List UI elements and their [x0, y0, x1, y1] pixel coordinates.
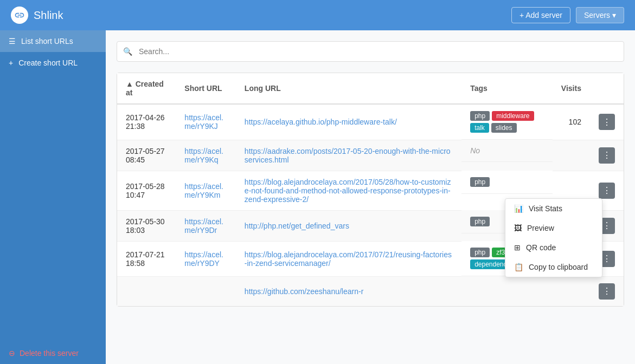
cell-tags: phpmiddlewaretalkslides [461, 105, 553, 140]
cell-long-url: https://blog.alejandrocelaya.com/2017/07… [236, 241, 461, 276]
dropdown-copy-clipboard[interactable]: 📋 Copy to clipboard [505, 257, 602, 277]
sort-arrow-icon: ▲ [126, 80, 136, 88]
sidebar-list-label: List short URLs [21, 37, 73, 46]
tag-badge[interactable]: slides [491, 123, 517, 133]
list-icon: ☰ [9, 37, 16, 46]
delete-server-button[interactable]: ⊖ Delete this server [9, 349, 97, 358]
cell-created-at [117, 276, 176, 306]
tag-badge[interactable]: php [470, 177, 490, 187]
tag-badge[interactable]: php [470, 217, 490, 226]
col-visits: Visits [553, 73, 590, 104]
copy-icon: 📋 [514, 263, 523, 271]
sidebar-bottom: ⊖ Delete this server [0, 342, 106, 364]
brand: Shlink [11, 6, 63, 24]
sidebar-item-create-url[interactable]: + Create short URL [0, 52, 106, 74]
dropdown-preview[interactable]: 🖼 Preview [505, 218, 602, 238]
tag-badge[interactable]: php [470, 111, 490, 121]
cell-actions: ⋮ [590, 104, 624, 140]
visit-stats-icon: 📊 [514, 204, 523, 213]
qr-code-icon: ⊞ [514, 243, 521, 252]
no-tags-label: No [470, 146, 480, 155]
row-action-button[interactable]: ⋮ [599, 183, 615, 199]
short-url-link[interactable]: https://acel.me/rY9DY [184, 250, 223, 268]
col-short-url: Short URL [176, 73, 236, 104]
tag-badge[interactable]: php [470, 248, 490, 257]
main-layout: ☰ List short URLs + Create short URL ⊖ D… [0, 30, 635, 364]
table-row: 2017-05-27 08:45https://acel.me/rY9Kqhtt… [117, 140, 624, 171]
cell-tags: No [461, 140, 553, 162]
sidebar-create-label: Create short URL [18, 58, 78, 67]
cell-created-at: 2017-05-27 08:45 [117, 140, 176, 171]
cell-tags: php [461, 171, 553, 194]
cell-created-at: 2017-05-28 10:47 [117, 171, 176, 210]
cell-short-url: https://acel.me/rY9KJ [176, 104, 236, 140]
brand-icon [11, 6, 28, 24]
delete-icon: ⊖ [9, 349, 15, 358]
dropdown-visit-stats[interactable]: 📊 Visit Stats [505, 199, 602, 218]
plus-icon: + [9, 58, 13, 67]
cell-short-url: https://acel.me/rY9DY [176, 241, 236, 276]
cell-long-url: https://aadrake.com/posts/2017-05-20-eno… [236, 140, 461, 171]
row-action-button[interactable]: ⋮ [599, 114, 615, 130]
table-row: 2017-04-26 21:38https://acel.me/rY9KJhtt… [117, 104, 624, 140]
long-url-link[interactable]: https://blog.alejandrocelaya.com/2017/07… [245, 250, 452, 268]
servers-button[interactable]: Servers ▾ [576, 7, 624, 23]
header-actions: + Add server Servers ▾ [511, 7, 624, 23]
cell-created-at: 2017-04-26 21:38 [117, 104, 176, 140]
cell-created-at: 2017-05-30 18:03 [117, 210, 176, 241]
sidebar-nav: ☰ List short URLs + Create short URL [0, 30, 106, 74]
cell-actions: ⋮ [590, 140, 624, 171]
tag-badge[interactable]: middleware [492, 111, 534, 121]
search-input[interactable] [117, 41, 624, 62]
cell-visits [553, 276, 590, 306]
sidebar-item-list-urls[interactable]: ☰ List short URLs [0, 30, 106, 52]
cell-long-url: http://php.net/get_defined_vars [236, 210, 461, 241]
cell-created-at: 2017-07-21 18:58 [117, 241, 176, 276]
sidebar: ☰ List short URLs + Create short URL ⊖ D… [0, 30, 106, 364]
cell-long-url: https://blog.alejandrocelaya.com/2017/05… [236, 171, 461, 210]
delete-label: Delete this server [20, 349, 79, 358]
search-icon: 🔍 [123, 47, 132, 56]
preview-icon: 🖼 [514, 224, 522, 232]
long-url-link[interactable]: https://github.com/zeeshanu/learn-r [245, 287, 363, 296]
cell-short-url: https://acel.me/rY9Dr [176, 210, 236, 241]
col-created-at[interactable]: ▲ Created at [117, 73, 176, 104]
dropdown-qr-code[interactable]: ⊞ QR code [505, 238, 602, 257]
app-header: Shlink + Add server Servers ▾ [0, 0, 635, 30]
long-url-link[interactable]: https://acelaya.github.io/php-middleware… [245, 118, 397, 126]
short-url-link[interactable]: https://acel.me/rY9Dr [184, 217, 223, 235]
cell-short-url [176, 276, 236, 306]
col-long-url: Long URL [236, 73, 461, 104]
add-server-button[interactable]: + Add server [511, 7, 570, 23]
col-tags: Tags [461, 73, 553, 104]
cell-visits [553, 140, 590, 171]
cell-short-url: https://acel.me/rY9Kq [176, 140, 236, 171]
col-actions [590, 73, 624, 104]
action-dropdown-menu: 📊 Visit Stats 🖼 Preview ⊞ QR code 📋 Copy… [505, 198, 602, 277]
long-url-link[interactable]: https://blog.alejandrocelaya.com/2017/05… [245, 178, 451, 204]
main-content: 🔍 ▲ Created at Short URL Long URL Tags V… [106, 30, 635, 364]
cell-long-url: https://acelaya.github.io/php-middleware… [236, 104, 461, 140]
cell-short-url: https://acel.me/rY9Km [176, 171, 236, 210]
row-action-button[interactable]: ⋮ [599, 147, 615, 164]
cell-long-url: https://github.com/zeeshanu/learn-r [236, 276, 461, 306]
search-box: 🔍 [117, 41, 624, 62]
short-url-link[interactable]: https://acel.me/rY9Kq [184, 147, 223, 164]
tag-badge[interactable]: talk [470, 123, 489, 133]
cell-actions: ⋮ [590, 276, 624, 306]
brand-name: Shlink [34, 9, 63, 22]
cell-tags [461, 276, 553, 289]
row-action-button[interactable]: ⋮ [599, 283, 615, 300]
long-url-link[interactable]: http://php.net/get_defined_vars [245, 222, 349, 230]
short-url-link[interactable]: https://acel.me/rY9Km [184, 182, 223, 199]
table-row: https://github.com/zeeshanu/learn-r⋮ [117, 276, 624, 306]
long-url-link[interactable]: https://aadrake.com/posts/2017-05-20-eno… [245, 147, 451, 164]
cell-visits: 102 [553, 104, 590, 140]
short-url-link[interactable]: https://acel.me/rY9KJ [184, 113, 223, 131]
table-header: ▲ Created at Short URL Long URL Tags Vis… [117, 73, 624, 104]
